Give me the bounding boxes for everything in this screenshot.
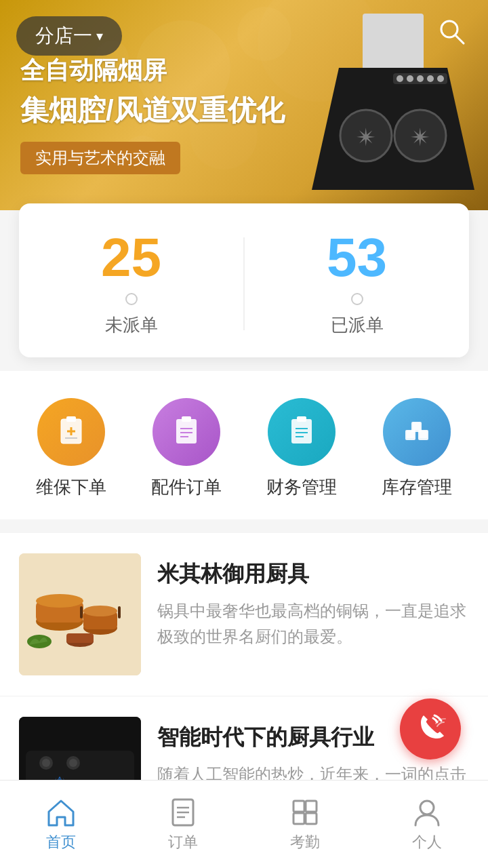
banner-title1: 全自动隔烟屏 <box>20 54 285 87</box>
action-label-inventory: 库存管理 <box>382 475 452 499</box>
profile-icon <box>411 797 443 828</box>
nav-orders-label: 订单 <box>168 832 198 852</box>
action-maintenance[interactable]: 维保下单 <box>36 398 106 499</box>
article-content-1: 米其林御用厨具 锅具中最奢华也最高档的铜锅，一直是追求极致的世界名厨们的最爱。 <box>157 553 469 675</box>
assigned-count: 53 <box>327 231 387 285</box>
svg-rect-19 <box>182 416 191 422</box>
action-icon-parts <box>152 398 220 466</box>
product-illustration: ✴ ✴ <box>285 14 474 197</box>
svg-rect-18 <box>176 419 197 443</box>
assigned-label: 已派单 <box>331 313 384 337</box>
svg-point-71 <box>420 801 434 814</box>
bottom-navigation: 首页 订单 考勤 个人 <box>0 780 488 868</box>
store-name: 分店一 <box>35 23 92 49</box>
action-finance[interactable]: 财务管理 <box>266 398 337 499</box>
svg-rect-24 <box>297 416 306 422</box>
action-inventory[interactable]: 库存管理 <box>382 398 452 499</box>
svg-rect-68 <box>306 801 317 812</box>
action-label-finance: 财务管理 <box>266 475 337 499</box>
nav-attendance-label: 考勤 <box>290 832 320 852</box>
orders-icon <box>167 797 199 828</box>
nav-attendance[interactable]: 考勤 <box>244 797 366 852</box>
svg-point-62 <box>69 759 77 767</box>
svg-point-11 <box>427 75 434 82</box>
svg-rect-33 <box>413 422 420 430</box>
svg-rect-42 <box>118 606 121 618</box>
banner-title2: 集烟腔/风道双重优化 <box>20 92 285 130</box>
stats-card: 25 未派单 53 已派单 <box>19 203 469 357</box>
clipboard-plus-icon <box>54 415 88 449</box>
quick-actions-bar: 维保下单 配件订单 财务管理 <box>0 371 488 519</box>
nav-home[interactable]: 首页 <box>0 797 122 852</box>
svg-rect-41 <box>80 606 83 618</box>
nav-orders[interactable]: 订单 <box>122 797 244 852</box>
action-icon-maintenance <box>37 398 105 466</box>
svg-point-60 <box>42 759 50 767</box>
unassigned-stat[interactable]: 25 未派单 <box>19 231 243 337</box>
action-label-parts: 配件订单 <box>151 475 222 499</box>
article-title-1: 米其林御用厨具 <box>157 560 469 589</box>
action-label-maintenance: 维保下单 <box>36 475 106 499</box>
banner-text-block: 全自动隔烟屏 集烟腔/风道双重优化 实用与艺术的交融 <box>20 54 285 174</box>
svg-point-8 <box>396 75 403 82</box>
svg-point-10 <box>417 75 424 82</box>
svg-rect-32 <box>420 431 427 438</box>
finance-icon <box>285 415 319 449</box>
svg-text:✴: ✴ <box>356 123 376 151</box>
call-fab[interactable] <box>400 698 461 760</box>
article-thumb-1 <box>19 553 141 675</box>
svg-rect-70 <box>306 813 317 824</box>
assigned-dot <box>351 293 363 305</box>
nav-home-label: 首页 <box>46 832 76 852</box>
svg-rect-67 <box>293 801 304 812</box>
svg-point-12 <box>437 75 444 82</box>
hood-body-svg: ✴ ✴ <box>312 68 474 190</box>
attendance-icon <box>289 797 321 828</box>
phone-icon <box>414 713 447 745</box>
svg-rect-31 <box>407 431 414 438</box>
svg-point-9 <box>407 75 413 82</box>
action-icon-finance <box>268 398 336 466</box>
svg-point-40 <box>83 606 117 616</box>
article-desc-1: 锅具中最奢华也最高档的铜锅，一直是追求极致的世界名厨们的最爱。 <box>157 598 469 650</box>
svg-rect-69 <box>293 813 304 824</box>
unassigned-count: 25 <box>101 231 161 285</box>
hero-banner: 分店一 ▾ 全自动隔烟屏 集烟腔/风道双重优化 实用与艺术的交融 ✴ ✴ <box>0 0 488 210</box>
svg-rect-14 <box>66 416 76 422</box>
home-icon <box>45 797 77 828</box>
unassigned-dot <box>125 293 138 305</box>
cookware-svg <box>19 553 141 675</box>
nav-profile[interactable]: 个人 <box>366 797 488 852</box>
svg-rect-23 <box>291 419 312 443</box>
banner-subtitle: 实用与艺术的交融 <box>20 142 180 174</box>
assigned-stat[interactable]: 53 已派单 <box>245 231 469 337</box>
nav-profile-label: 个人 <box>412 832 442 852</box>
article-item-1[interactable]: 米其林御用厨具 锅具中最奢华也最高档的铜锅，一直是追求极致的世界名厨们的最爱。 <box>0 533 488 696</box>
svg-point-37 <box>36 594 83 608</box>
cookware-illustration <box>19 553 141 675</box>
store-selector[interactable]: 分店一 ▾ <box>16 16 122 56</box>
unassigned-label: 未派单 <box>105 313 158 337</box>
svg-rect-44 <box>66 633 94 643</box>
svg-text:✴: ✴ <box>410 123 430 151</box>
action-icon-inventory <box>383 398 451 466</box>
action-parts[interactable]: 配件订单 <box>151 398 222 499</box>
parts-order-icon <box>169 415 203 449</box>
chevron-down-icon: ▾ <box>96 28 103 44</box>
inventory-icon <box>400 415 434 449</box>
svg-marker-2 <box>312 68 474 190</box>
hood-svg: ✴ ✴ <box>312 14 474 190</box>
